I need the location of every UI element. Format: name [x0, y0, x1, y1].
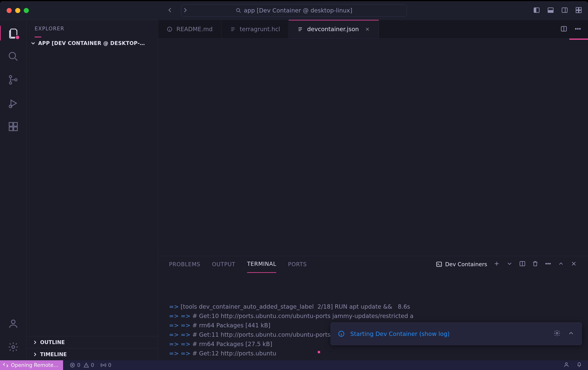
activity-explorer[interactable]: [7, 27, 20, 39]
activity-extensions[interactable]: [7, 120, 20, 133]
more-actions[interactable]: [574, 25, 581, 33]
editor-body[interactable]: [158, 39, 588, 256]
notification-collapse[interactable]: [567, 330, 575, 338]
status-errors[interactable]: 0: [70, 362, 80, 368]
split-editor[interactable]: [560, 25, 567, 33]
search-icon: [236, 8, 241, 13]
lines-icon: [230, 26, 236, 32]
notification-toast: Starting Dev Container (show log): [331, 322, 582, 345]
tab-label: README.md: [176, 26, 213, 32]
toggle-panel[interactable]: [547, 7, 554, 14]
tab-label: devcontainer.json: [307, 26, 359, 32]
svg-point-30: [549, 263, 550, 264]
activity-run-debug[interactable]: [7, 97, 20, 109]
svg-rect-4: [548, 10, 553, 12]
panel-tab-terminal[interactable]: TERMINAL: [247, 256, 276, 273]
activity-bar: [0, 20, 26, 360]
activity-source-control[interactable]: [7, 74, 20, 86]
close-panel[interactable]: [570, 260, 577, 268]
svg-point-28: [546, 263, 547, 264]
toggle-primary-sidebar[interactable]: [533, 7, 540, 14]
command-center-label: app [Dev Container @ desktop-linux]: [244, 7, 352, 14]
new-terminal[interactable]: [493, 260, 500, 268]
accounts[interactable]: [7, 317, 20, 330]
info-icon: [167, 26, 172, 32]
svg-rect-5: [562, 8, 567, 12]
bell-icon: [576, 362, 582, 368]
zoom-window[interactable]: [24, 8, 29, 13]
notification-settings[interactable]: [554, 330, 561, 338]
titlebar: app [Dev Container @ desktop-linux]: [0, 1, 588, 20]
svg-point-0: [236, 8, 240, 11]
status-warnings[interactable]: 0: [84, 362, 94, 368]
scrollbar-indicator: [569, 39, 588, 40]
svg-rect-6: [576, 7, 578, 10]
terminal-output[interactable]: => [tools dev_container_auto_added_stage…: [158, 273, 588, 360]
maximize-panel[interactable]: [558, 260, 564, 268]
panel-more-actions[interactable]: [545, 260, 551, 268]
tab-readme[interactable]: README.md: [158, 20, 221, 38]
customize-layout[interactable]: [575, 7, 582, 14]
nav-back[interactable]: [167, 7, 173, 14]
svg-point-32: [556, 332, 558, 334]
terminal-dropdown[interactable]: [506, 260, 513, 268]
warning-icon: [84, 362, 89, 368]
explorer-badge: [15, 35, 20, 40]
tab-label: terragrunt.hcl: [240, 26, 280, 32]
panel-tab-ports[interactable]: PORTS: [288, 256, 307, 273]
activity-search[interactable]: [7, 50, 20, 63]
explorer-sidebar: EXPLORER APP [DEV CONTAINER @ DESKTOP-… …: [26, 20, 158, 360]
notifications-bell[interactable]: [576, 362, 582, 369]
timeline-section[interactable]: TIMELINE: [26, 348, 158, 360]
svg-point-25: [579, 28, 580, 29]
svg-rect-17: [14, 127, 17, 131]
svg-point-35: [566, 363, 567, 365]
kill-terminal[interactable]: [532, 260, 538, 268]
svg-rect-18: [14, 123, 17, 126]
svg-point-20: [12, 346, 15, 348]
feedback[interactable]: [564, 362, 569, 369]
svg-point-10: [9, 52, 16, 59]
panel-tab-output[interactable]: OUTPUT: [212, 256, 235, 273]
svg-point-14: [9, 105, 12, 108]
info-icon: [338, 330, 345, 337]
timeline-label: TIMELINE: [40, 351, 67, 357]
manage-gear[interactable]: [7, 341, 20, 353]
toggle-secondary-sidebar[interactable]: [561, 7, 568, 14]
status-bar: Opening Remote… 0 0 0: [0, 360, 588, 370]
window-controls: [7, 8, 29, 13]
panel-tab-problems[interactable]: PROBLEMS: [169, 256, 200, 273]
split-terminal[interactable]: [519, 260, 526, 268]
minimize-window[interactable]: [15, 8, 20, 13]
file-tree[interactable]: [26, 49, 158, 336]
terminal-process-label[interactable]: Dev Containers: [436, 261, 487, 268]
svg-point-19: [11, 320, 15, 324]
outline-section[interactable]: OUTLINE: [26, 336, 158, 348]
folder-root[interactable]: APP [DEV CONTAINER @ DESKTOP-…: [26, 37, 158, 49]
svg-point-12: [9, 82, 12, 84]
svg-point-23: [575, 28, 576, 29]
tab-devcontainer[interactable]: devcontainer.json: [289, 20, 379, 38]
svg-rect-8: [576, 10, 578, 13]
svg-rect-26: [437, 262, 442, 267]
svg-point-13: [15, 79, 17, 81]
chevron-right-icon: [32, 339, 38, 346]
remote-indicator[interactable]: Opening Remote…: [0, 360, 63, 370]
editor-area: README.md terragrunt.hcl devcontainer.js…: [158, 20, 588, 360]
svg-rect-7: [579, 7, 581, 10]
notification-text[interactable]: Starting Dev Container (show log): [350, 330, 450, 337]
error-icon: [70, 362, 75, 368]
lines-icon: [297, 26, 303, 32]
sidebar-title: EXPLORER: [26, 20, 158, 37]
status-ports[interactable]: 0: [101, 362, 111, 368]
chevron-right-icon: [32, 351, 38, 358]
gear-icon: [8, 342, 19, 352]
outline-label: OUTLINE: [40, 339, 65, 345]
command-center[interactable]: app [Dev Container @ desktop-linux]: [181, 4, 407, 17]
tab-terragrunt[interactable]: terragrunt.hcl: [221, 20, 289, 38]
close-icon[interactable]: [365, 26, 370, 32]
close-window[interactable]: [7, 8, 12, 13]
progress-indicator: [318, 351, 320, 353]
folder-root-label: APP [DEV CONTAINER @ DESKTOP-…: [38, 40, 145, 46]
svg-point-11: [9, 75, 12, 78]
